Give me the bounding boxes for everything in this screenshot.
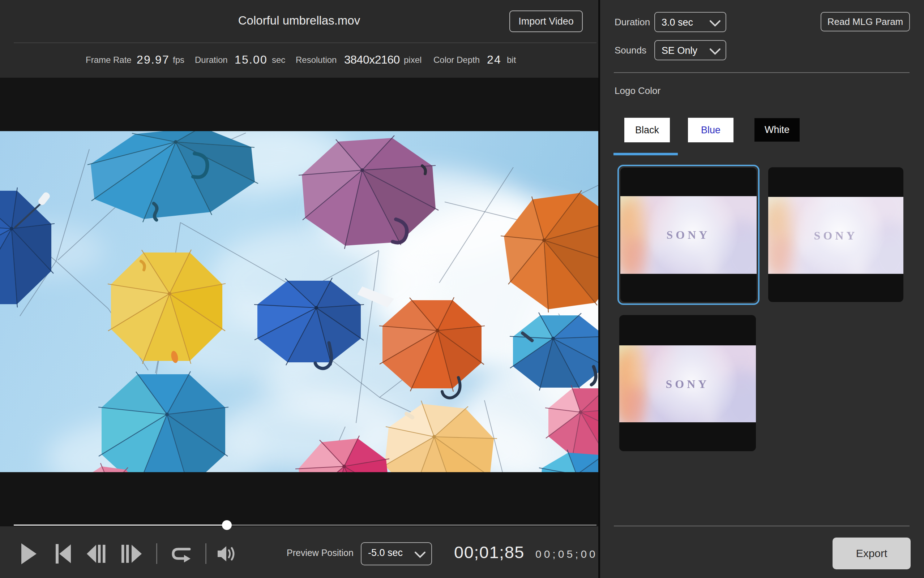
svg-text:SONY: SONY — [667, 228, 710, 241]
svg-text:SONY: SONY — [666, 378, 709, 391]
svg-text:SONY: SONY — [814, 229, 858, 242]
